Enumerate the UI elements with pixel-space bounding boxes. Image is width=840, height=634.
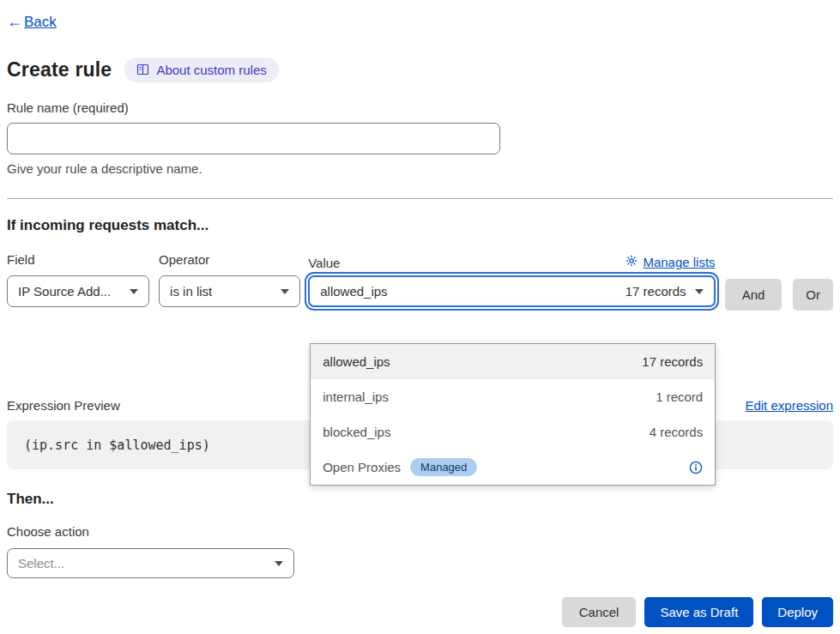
info-icon[interactable] — [689, 461, 703, 474]
manage-lists-label: Manage lists — [643, 255, 715, 269]
list-item-left: Open Proxies Managed — [323, 458, 477, 476]
list-item-allowed-ips[interactable]: allowed_ips 17 records — [311, 344, 715, 379]
chevron-down-icon — [275, 561, 283, 566]
edit-expression-link[interactable]: Edit expression — [745, 398, 833, 413]
title-row: Create rule About custom rules — [7, 56, 833, 83]
field-label: Field — [7, 252, 149, 266]
action-select[interactable]: Select... — [7, 548, 294, 578]
or-button[interactable]: Or — [793, 279, 833, 311]
gear-icon — [625, 255, 638, 269]
action-select-placeholder: Select... — [18, 556, 64, 571]
rule-name-label: Rule name (required) — [7, 100, 833, 115]
section-divider — [7, 198, 833, 199]
list-item-name: Open Proxies — [323, 460, 401, 474]
chevron-down-icon — [130, 289, 138, 294]
match-section-heading: If incoming requests match... — [7, 217, 833, 234]
footer-actions: Cancel Save as Draft Deploy — [7, 597, 833, 627]
back-link-label: Back — [24, 14, 57, 31]
choose-action-label: Choose action — [7, 524, 833, 539]
page-title: Create rule — [7, 58, 112, 82]
condition-row: Field IP Source Add... Operator is in li… — [7, 252, 833, 311]
value-select-records: 17 records — [625, 284, 686, 299]
value-header: Value — [308, 252, 715, 269]
then-heading: Then... — [7, 491, 833, 508]
field-column: Field IP Source Add... — [7, 252, 149, 307]
list-dropdown: allowed_ips 17 records internal_ips 1 re… — [310, 343, 716, 486]
list-item-name: blocked_ips — [323, 425, 390, 439]
value-label: Value — [308, 256, 340, 269]
cancel-button[interactable]: Cancel — [562, 597, 637, 627]
chevron-down-icon — [695, 289, 704, 294]
rule-name-helper: Give your rule a descriptive name. — [7, 161, 833, 176]
about-custom-rules-link[interactable]: About custom rules — [124, 57, 278, 82]
list-item-blocked-ips[interactable]: blocked_ips 4 records — [311, 414, 715, 450]
list-item-name: internal_ips — [323, 389, 389, 404]
operator-select[interactable]: is in list — [159, 275, 300, 307]
deploy-button[interactable]: Deploy — [762, 597, 833, 627]
value-select-value: allowed_ips — [320, 284, 387, 299]
back-link[interactable]: ← Back — [7, 13, 57, 31]
expression-preview-label: Expression Preview — [7, 398, 120, 413]
list-item-records: 1 record — [656, 389, 703, 404]
about-badge-label: About custom rules — [156, 63, 266, 77]
value-select-right: 17 records — [625, 284, 704, 299]
andor-buttons: And Or — [725, 279, 833, 311]
expression-code: (ip.src in $allowed_ips) — [24, 438, 210, 453]
list-item-records: 17 records — [642, 354, 703, 369]
chevron-down-icon — [281, 289, 289, 294]
value-select[interactable]: allowed_ips 17 records — [308, 275, 715, 307]
field-select[interactable]: IP Source Add... — [7, 275, 149, 307]
list-item-name: allowed_ips — [323, 354, 390, 369]
operator-label: Operator — [159, 252, 300, 266]
back-row: ← Back — [7, 13, 833, 32]
value-column: Value — [308, 252, 715, 307]
list-item-internal-ips[interactable]: internal_ips 1 record — [311, 379, 715, 414]
back-arrow-icon: ← — [7, 13, 22, 31]
list-item-records: 4 records — [650, 425, 704, 439]
operator-column: Operator is in list — [159, 252, 300, 307]
field-select-value: IP Source Add... — [18, 284, 111, 299]
create-rule-page: ← Back Create rule About custom rules Ru… — [0, 0, 840, 634]
list-item-open-proxies[interactable]: Open Proxies Managed — [311, 450, 715, 485]
save-as-draft-button[interactable]: Save as Draft — [644, 597, 753, 627]
manage-lists-link[interactable]: Manage lists — [625, 255, 715, 269]
rule-name-input[interactable] — [7, 123, 500, 154]
book-icon — [136, 63, 149, 75]
managed-badge: Managed — [410, 458, 477, 476]
operator-select-value: is in list — [170, 284, 212, 299]
and-button[interactable]: And — [725, 279, 783, 311]
